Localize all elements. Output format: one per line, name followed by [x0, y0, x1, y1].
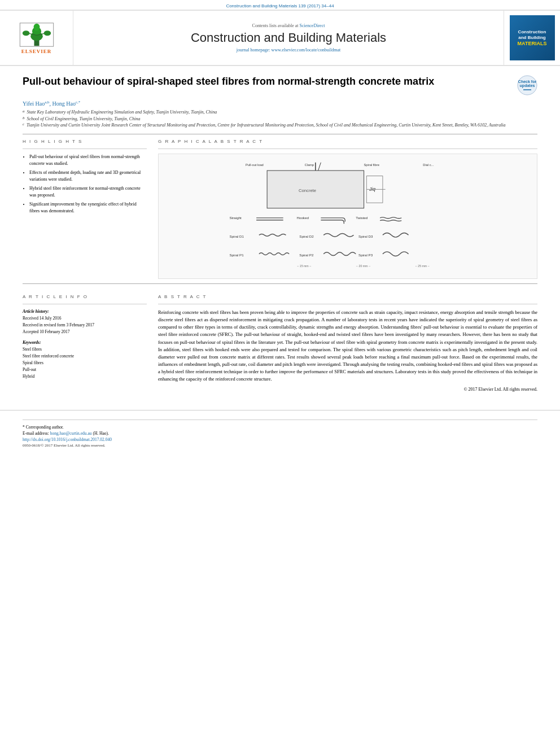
- highlights-label: H I G H L I G H T S: [23, 139, 147, 144]
- doi-line: http://dx.doi.org/10.1016/j.conbuildmat.…: [23, 437, 537, 442]
- copyright-line: © 2017 Elsevier Ltd. All rights reserved…: [158, 387, 537, 392]
- article-accepted: Accepted 10 February 2017: [23, 329, 147, 335]
- svg-text:Pull-out load: Pull-out load: [246, 163, 264, 167]
- article-title-section: Pull-out behaviour of spiral-shaped stee…: [23, 75, 537, 95]
- abstract-divider: [158, 304, 537, 304]
- svg-text:Spiral P1: Spiral P1: [229, 253, 244, 257]
- affiliation-b: b School of Civil Engineering, Tianjin U…: [23, 116, 537, 122]
- highlights-list: Pull-out behaviour of spiral steel fibre…: [23, 154, 147, 215]
- keyword-item: Steel fibre reinforced concrete: [23, 353, 147, 360]
- svg-line-20: [318, 163, 321, 171]
- affiliation-a: a State Key Laboratory of Hydraulic Engi…: [23, 109, 537, 115]
- highlights-abstract-row: H I G H L I G H T S Pull-out behaviour o…: [23, 139, 537, 279]
- keywords-label: Keywords:: [23, 340, 147, 345]
- graphical-abstract-diagram: Pull-out load Clamp Spiral fibre Dial c.…: [158, 154, 537, 279]
- svg-text:Spiral D3: Spiral D3: [358, 234, 373, 238]
- keyword-item: Pull-out: [23, 366, 147, 373]
- journal-header: ELSEVIER Contents lists available at Sci…: [0, 10, 560, 66]
- list-item: Significant improvement by the synergist…: [29, 201, 147, 215]
- cbm-badge-container: Construction and Building MATERIALS: [504, 11, 560, 65]
- page-footer: * Corresponding author. E-mail address: …: [0, 410, 560, 452]
- keyword-item: Spiral fibres: [23, 360, 147, 366]
- keyword-item: Hybrid: [23, 373, 147, 380]
- article-body: Pull-out behaviour of spiral-shaped stee…: [0, 66, 560, 401]
- crossmark-icon: Check for updates: [517, 75, 537, 95]
- svg-text:Spiral D2: Spiral D2: [299, 234, 314, 238]
- graphical-abstract-divider: [158, 148, 537, 149]
- abstract-label: A B S T R A C T: [158, 294, 537, 299]
- sciencedirect-link[interactable]: ScienceDirect: [300, 23, 325, 28]
- list-item: Effects of embedment depth, loading rate…: [29, 169, 147, 183]
- cbm-badge-line3: MATERIALS: [518, 41, 547, 46]
- email-line: E-mail address: hong.hao@curtin.edu.au (…: [23, 431, 537, 436]
- list-item: Pull-out behaviour of spiral steel fibre…: [29, 154, 147, 167]
- svg-text:Twisted: Twisted: [356, 216, 368, 220]
- svg-text:←20 mm→: ←20 mm→: [356, 264, 370, 268]
- elsevier-logo-container: ELSEVIER: [0, 11, 73, 65]
- affiliation-c: c Tianjin University and Curtin Universi…: [23, 122, 537, 128]
- section-divider-2: [23, 283, 537, 284]
- section-divider-1: [23, 134, 537, 134]
- affiliations: a State Key Laboratory of Hydraulic Engi…: [23, 109, 537, 128]
- svg-text:Spiral D1: Spiral D1: [229, 234, 244, 238]
- svg-text:Clamp: Clamp: [305, 163, 314, 167]
- footer-divider: [23, 420, 537, 420]
- keyword-item: Steel fibres: [23, 346, 147, 353]
- svg-text:Check for: Check for: [518, 80, 537, 84]
- article-info-column: A R T I C L E I N F O Article history: R…: [23, 294, 147, 392]
- corresponding-note: * Corresponding author.: [23, 425, 537, 430]
- highlights-divider: [23, 148, 147, 149]
- elsevier-logo: ELSEVIER: [17, 22, 56, 54]
- highlights-column: H I G H L I G H T S Pull-out behaviour o…: [23, 139, 147, 279]
- abstract-column: A B S T R A C T Reinforcing concrete wit…: [158, 294, 537, 392]
- elsevier-tree-icon: [17, 22, 56, 47]
- svg-text:←15 mm→: ←15 mm→: [297, 264, 312, 268]
- svg-text:Straight: Straight: [229, 216, 242, 220]
- svg-text:←25 mm→: ←25 mm→: [415, 264, 430, 268]
- journal-citation-bar: Construction and Building Materials 139 …: [0, 0, 560, 10]
- cbm-badge: Construction and Building MATERIALS: [510, 15, 555, 60]
- cbm-badge-line1: Construction and Building: [518, 29, 546, 40]
- abstract-text: Reinforcing concrete with steel fibres h…: [158, 309, 537, 383]
- svg-text:Dial c...: Dial c...: [423, 163, 434, 167]
- doi-link[interactable]: http://dx.doi.org/10.1016/j.conbuildmat.…: [23, 437, 112, 442]
- info-abstract-row: A R T I C L E I N F O Article history: R…: [23, 289, 537, 392]
- journal-url: journal homepage: www.elsevier.com/locat…: [237, 47, 340, 53]
- journal-title: Construction and Building Materials: [191, 30, 386, 45]
- article-history-label: Article history:: [23, 309, 147, 314]
- article-received: Received 14 July 2016: [23, 315, 147, 322]
- keywords-list: Steel fibres Steel fibre reinforced conc…: [23, 346, 147, 380]
- list-item: Hybrid steel fibre reinforcement for nor…: [29, 185, 147, 199]
- svg-text:Spiral P2: Spiral P2: [299, 253, 314, 257]
- article-revised: Received in revised form 3 February 2017: [23, 322, 147, 329]
- svg-point-3: [33, 23, 40, 30]
- journal-homepage: journal homepage: www.elsevier.com/locat…: [237, 47, 340, 53]
- journal-citation: Construction and Building Materials 139 …: [226, 3, 334, 8]
- article-title: Pull-out behaviour of spiral-shaped stee…: [23, 75, 508, 88]
- elsevier-label: ELSEVIER: [21, 49, 52, 54]
- article-info-divider: [23, 304, 147, 304]
- graphical-abstract-label: G R A P H I C A L A B S T R A C T: [158, 139, 537, 144]
- svg-text:Spiral fibre: Spiral fibre: [364, 163, 379, 167]
- svg-point-7: [43, 30, 51, 36]
- svg-point-6: [22, 30, 29, 36]
- sciencedirect-line: Contents lists available at ScienceDirec…: [252, 23, 325, 28]
- svg-text:Hooked: Hooked: [297, 216, 309, 220]
- authors: Yifei Haoa,b, Hong Haoc,*: [23, 100, 537, 107]
- journal-center-header: Contents lists available at ScienceDirec…: [73, 11, 504, 65]
- svg-text:Spiral P3: Spiral P3: [358, 253, 373, 257]
- abstract-diagram-svg: Pull-out load Clamp Spiral fibre Dial c.…: [164, 160, 531, 273]
- svg-text:updates: updates: [520, 84, 535, 88]
- issn-line: 0950-0618/© 2017 Elsevier Ltd. All right…: [23, 443, 537, 448]
- svg-text:Concrete: Concrete: [299, 188, 316, 193]
- graphical-abstract-column: G R A P H I C A L A B S T R A C T Pull-o…: [158, 139, 537, 279]
- article-info-label: A R T I C L E I N F O: [23, 294, 147, 299]
- email-link[interactable]: hong.hao@curtin.edu.au: [50, 431, 92, 436]
